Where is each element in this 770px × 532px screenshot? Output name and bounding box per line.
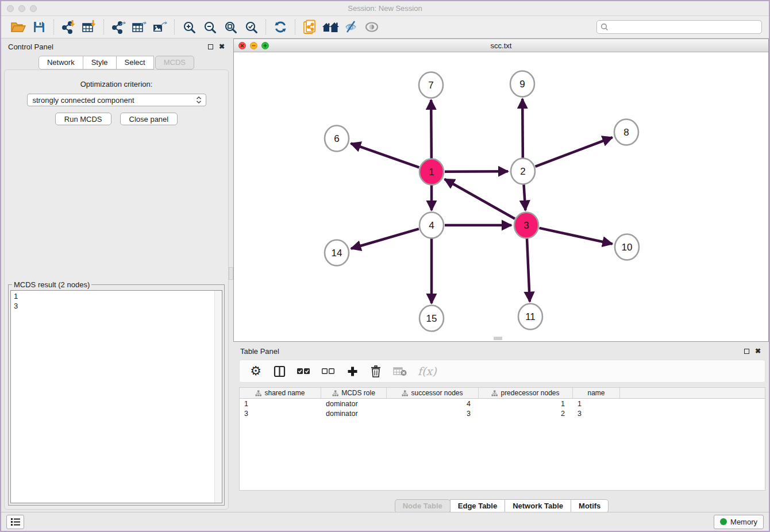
table-cell[interactable]: 2 [479, 408, 573, 418]
column-header-name[interactable]: name [573, 388, 620, 398]
edge-1-2[interactable] [445, 171, 508, 172]
table-header-row: shared nameMCDS rolesuccessor nodesprede… [240, 388, 765, 399]
memory-button[interactable]: Memory [714, 515, 764, 529]
table-toolbar: ⚙f(x) [239, 360, 765, 383]
splitter-grip-horizontal[interactable] [494, 337, 502, 340]
tab-select[interactable]: Select [116, 56, 154, 70]
edge-2-3[interactable] [523, 184, 525, 210]
import-table-button[interactable] [79, 18, 99, 36]
table-cell[interactable]: 3 [240, 408, 321, 418]
graph-node-4[interactable]: 4 [419, 213, 444, 238]
float-panel-icon[interactable] [208, 44, 213, 49]
table-settings-button[interactable]: ⚙ [249, 365, 262, 377]
graph-node-7[interactable]: 7 [419, 72, 443, 98]
close-window-button[interactable] [7, 5, 14, 12]
result-scrollbar[interactable] [214, 291, 222, 503]
task-list-icon [10, 517, 21, 526]
minimize-window-button[interactable] [18, 5, 25, 12]
edge-1-6[interactable] [351, 144, 419, 168]
search-box[interactable] [596, 20, 762, 34]
graph-node-2[interactable]: 2 [511, 159, 535, 184]
graph-node-11[interactable]: 11 [518, 304, 542, 330]
save-session-button[interactable] [29, 18, 49, 36]
table-cell[interactable]: 1 [240, 399, 321, 408]
function-builder-button[interactable]: f(x) [418, 365, 437, 377]
column-header-shared-name[interactable]: shared name [240, 388, 321, 398]
graph-node-9[interactable]: 9 [510, 71, 534, 97]
network-minimize-button[interactable] [250, 42, 257, 49]
tab-node-table[interactable]: Node Table [395, 499, 451, 513]
task-history-button[interactable] [6, 515, 24, 529]
refresh-layout-button[interactable] [270, 18, 291, 36]
edge-3-10[interactable] [539, 228, 612, 244]
edge-4-14[interactable] [351, 229, 419, 248]
zoom-in-button[interactable] [179, 18, 199, 36]
node-table[interactable]: shared nameMCDS rolesuccessor nodesprede… [239, 387, 765, 491]
network-maximize-button[interactable] [261, 42, 269, 49]
graph-node-10[interactable]: 10 [615, 234, 639, 260]
graph-node-6[interactable]: 6 [325, 126, 349, 152]
close-panel-button[interactable]: Close panel [120, 113, 178, 125]
graph-node-8[interactable]: 8 [614, 119, 638, 145]
float-table-panel-icon[interactable] [744, 349, 749, 354]
column-header-successor-nodes[interactable]: successor nodes [387, 388, 479, 398]
graph-node-14[interactable]: 14 [325, 240, 349, 266]
split-columns-button[interactable] [273, 365, 286, 377]
table-cell[interactable]: 1 [479, 399, 573, 408]
search-input[interactable] [611, 23, 758, 32]
import-network-button[interactable] [58, 18, 79, 36]
run-mcds-button[interactable]: Run MCDS [55, 113, 111, 125]
show-graphics-details-button[interactable] [361, 18, 382, 36]
graph-node-3[interactable]: 3 [514, 213, 538, 238]
network-close-button[interactable] [238, 42, 246, 49]
edge-3-11[interactable] [527, 238, 530, 302]
new-network-button[interactable] [299, 18, 320, 36]
splitter-grip-vertical[interactable] [229, 267, 233, 280]
table-cell[interactable]: 3 [387, 408, 479, 418]
zoom-selected-button[interactable] [241, 18, 261, 36]
column-header-MCDS-role[interactable]: MCDS role [321, 388, 387, 398]
table-cell[interactable]: dominator [321, 399, 387, 408]
edge-1-7[interactable] [431, 100, 432, 159]
tab-mcds[interactable]: MCDS [155, 56, 194, 70]
table-cell[interactable]: 1 [573, 399, 620, 408]
export-table-button[interactable] [129, 18, 149, 36]
zoom-fit-button[interactable] [220, 18, 241, 36]
graph-node-1[interactable]: 1 [419, 159, 444, 185]
tab-style[interactable]: Style [83, 56, 117, 70]
tab-motifs[interactable]: Motifs [571, 499, 609, 513]
export-image-button[interactable] [149, 18, 170, 36]
optimization-criterion-select[interactable]: strongly connected component [27, 94, 206, 106]
table-cell[interactable]: 4 [387, 399, 479, 408]
delete-column-button[interactable] [369, 365, 382, 377]
export-network-button[interactable] [108, 18, 129, 36]
network-graph-canvas[interactable]: 7968124314101511 [234, 52, 768, 341]
delete-column-icon [371, 365, 381, 377]
tab-edge-table[interactable]: Edge Table [450, 499, 505, 513]
deselect-all-rows-button[interactable] [321, 368, 335, 375]
zoom-out-button[interactable] [199, 18, 220, 36]
zoom-window-button[interactable] [30, 5, 37, 12]
graph-node-15[interactable]: 15 [419, 306, 444, 331]
edge-3-1[interactable] [445, 179, 515, 219]
hide-graphics-details-button[interactable] [341, 18, 361, 36]
table-cell[interactable]: 3 [573, 408, 620, 418]
open-session-button[interactable] [8, 18, 29, 36]
home-view-button[interactable] [320, 18, 341, 36]
edge-2-9[interactable] [522, 99, 523, 158]
tab-network-table[interactable]: Network Table [505, 499, 571, 513]
add-column-button[interactable] [346, 366, 359, 377]
close-panel-icon[interactable]: ✖ [219, 43, 225, 50]
table-row[interactable]: 3dominator323 [240, 408, 765, 418]
tab-network[interactable]: Network [38, 56, 83, 70]
edge-2-8[interactable] [536, 137, 613, 167]
table-row[interactable]: 1dominator411 [240, 399, 765, 408]
network-window-titlebar[interactable]: scc.txt [234, 39, 768, 52]
select-all-rows-button[interactable] [297, 368, 310, 375]
mcds-result-list[interactable]: 13 [10, 290, 222, 503]
zoom-in-icon [183, 21, 196, 34]
delete-table-button[interactable] [393, 366, 407, 376]
close-table-panel-icon[interactable]: ✖ [755, 348, 761, 354]
table-cell[interactable]: dominator [321, 408, 387, 418]
column-header-predecessor-nodes[interactable]: predecessor nodes [479, 388, 573, 398]
